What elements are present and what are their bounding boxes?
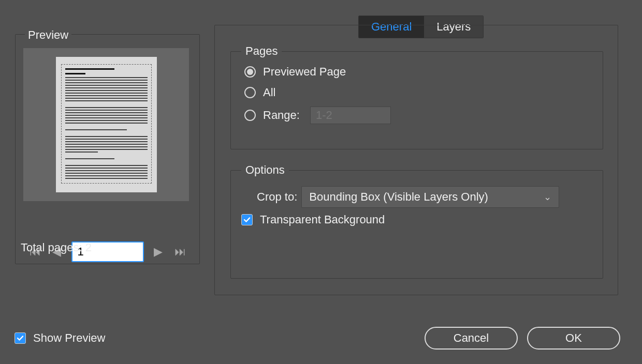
radio-previewed-page[interactable]: Previewed Page bbox=[244, 65, 346, 79]
preview-page bbox=[56, 57, 157, 192]
pages-group-label: Pages bbox=[241, 44, 282, 58]
preview-label: Preview bbox=[25, 28, 71, 42]
next-page-icon[interactable]: ▶ bbox=[151, 245, 166, 259]
chevron-down-icon: ⌄ bbox=[544, 191, 551, 203]
radio-icon bbox=[244, 66, 256, 78]
radio-label: Range: bbox=[263, 109, 300, 122]
preview-thumbnail bbox=[23, 48, 189, 201]
radio-all[interactable]: All bbox=[244, 86, 275, 99]
radio-icon bbox=[244, 110, 256, 121]
checkbox-label: Show Preview bbox=[33, 331, 105, 345]
radio-label: All bbox=[263, 86, 275, 99]
checkbox-label: Transparent Background bbox=[260, 213, 385, 226]
last-page-icon[interactable]: ⏭ bbox=[173, 245, 187, 259]
radio-range[interactable]: Range: bbox=[244, 107, 391, 124]
range-input[interactable] bbox=[310, 107, 391, 124]
crop-to-select[interactable]: Bounding Box (Visible Layers Only) ⌄ bbox=[301, 186, 559, 208]
settings-panel: Pages Previewed Page All Range: Options … bbox=[214, 25, 618, 295]
radio-icon bbox=[244, 87, 256, 98]
preview-group: Preview bbox=[15, 34, 200, 264]
pages-group: Pages Previewed Page All Range: bbox=[230, 51, 603, 149]
crop-to-row: Crop to: Bounding Box (Visible Layers On… bbox=[257, 186, 559, 208]
cancel-button[interactable]: Cancel bbox=[425, 327, 518, 350]
checkbox-icon bbox=[241, 214, 253, 225]
radio-label: Previewed Page bbox=[263, 65, 346, 79]
options-group: Options Crop to: Bounding Box (Visible L… bbox=[230, 170, 603, 279]
transparent-bg-checkbox[interactable]: Transparent Background bbox=[241, 213, 385, 226]
checkbox-icon bbox=[14, 332, 26, 344]
crop-to-label: Crop to: bbox=[257, 190, 297, 204]
options-group-label: Options bbox=[241, 163, 289, 177]
footer-row: Show Preview Cancel OK bbox=[14, 327, 620, 350]
ok-button[interactable]: OK bbox=[527, 327, 620, 350]
show-preview-checkbox[interactable]: Show Preview bbox=[14, 331, 105, 345]
crop-to-value: Bounding Box (Visible Layers Only) bbox=[309, 190, 488, 204]
